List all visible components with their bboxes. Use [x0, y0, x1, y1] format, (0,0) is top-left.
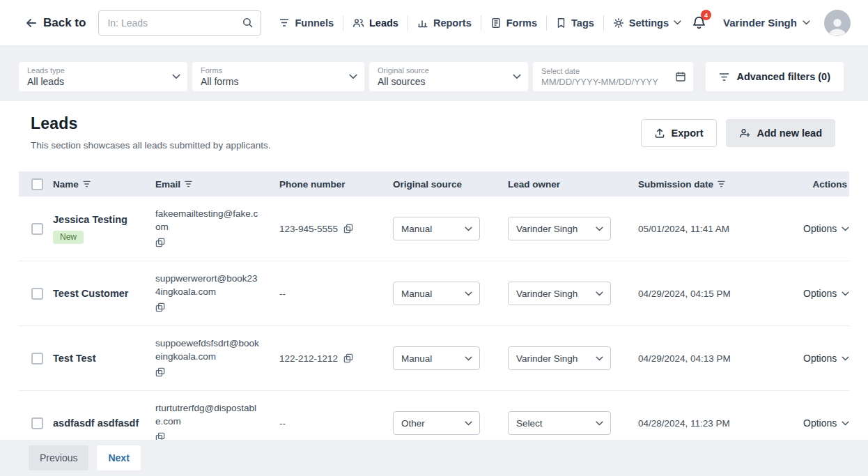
lead-email: suppoewefdsfsdrt@bookeingkoala.com [155, 337, 261, 362]
filter-label: Leads type [27, 66, 172, 75]
options-button[interactable]: Options [803, 288, 849, 299]
nav-label: Leads [369, 17, 398, 29]
nav-leads[interactable]: Leads [343, 17, 408, 29]
nav-reports[interactable]: Reports [408, 17, 481, 29]
lead-owner-select[interactable]: Varinder Singh [508, 217, 611, 240]
search-icon[interactable] [242, 17, 261, 29]
select-value: Select [516, 418, 543, 429]
add-new-lead-button[interactable]: Add new lead [726, 119, 835, 147]
lead-name: asdfasdf asdfasdf [53, 417, 155, 429]
chevron-down-icon [674, 20, 681, 25]
lead-owner-select[interactable]: Varinder Singh [508, 282, 611, 305]
options-button[interactable]: Options [803, 223, 849, 234]
chevron-down-icon [596, 227, 603, 231]
original-source-select[interactable]: Other [393, 411, 480, 435]
table-row: Test Test suppoewefdsfsdrt@bookeingkoala… [19, 326, 849, 391]
table-row: Teest Customer suppwerwerort@book234ingk… [19, 261, 849, 326]
export-button[interactable]: Export [641, 119, 717, 147]
copy-phone-icon[interactable] [343, 224, 353, 233]
copy-email-icon[interactable] [155, 432, 165, 440]
filter-value: All leads [27, 76, 172, 87]
copy-email-icon[interactable] [155, 302, 165, 312]
date-placeholder: MM/DD/YYYY-MM/DD/YYYY [541, 77, 675, 87]
next-page-button[interactable]: Next [97, 445, 140, 470]
leads-type-filter[interactable]: Leads type All leads [19, 62, 187, 91]
nav-forms[interactable]: Forms [481, 17, 546, 29]
original-source-select[interactable]: Manual [393, 217, 480, 240]
filter-label: Original source [378, 66, 513, 75]
row-checkbox[interactable] [31, 288, 43, 300]
previous-page-button[interactable]: Previous [29, 445, 88, 470]
column-label: Lead owner [508, 179, 560, 190]
lead-owner-select[interactable]: Select [508, 411, 611, 435]
leads-table: Name Email Phone number Original source … [19, 171, 849, 440]
search-input[interactable] [99, 17, 242, 29]
back-button[interactable]: Back to [25, 16, 86, 30]
column-header-owner: Lead owner [508, 179, 638, 190]
copy-email-icon[interactable] [155, 367, 165, 377]
options-label: Options [803, 353, 837, 364]
column-header-date: Submission date [638, 179, 803, 190]
lead-name: Jessica Testing [53, 213, 155, 226]
copy-email-icon[interactable] [155, 238, 165, 247]
submission-date: 05/01/2024, 11:41 AM [638, 224, 729, 234]
filter-funnel-icon [719, 72, 729, 82]
chevron-down-icon [596, 291, 603, 296]
export-label: Export [672, 128, 704, 139]
copy-phone-icon[interactable] [343, 353, 353, 363]
table-header: Name Email Phone number Original source … [19, 171, 849, 197]
select-value: Varinder Singh [516, 353, 578, 364]
lead-name: Test Test [53, 352, 155, 364]
chevron-down-icon [349, 74, 357, 79]
chevron-down-icon [513, 74, 521, 79]
advanced-filters-button[interactable]: Advanced filters (0) [706, 62, 844, 91]
date-filter-icon[interactable] [718, 181, 725, 187]
filter-label: Select date [541, 67, 675, 75]
lead-name: Teest Customer [53, 287, 155, 300]
row-checkbox[interactable] [31, 223, 43, 235]
page-title: Leads [31, 114, 641, 133]
options-button[interactable]: Options [803, 417, 849, 429]
table-row: asdfasdf asdfasdf rturtutrerfdg@disposta… [19, 391, 849, 440]
chevron-down-icon [465, 356, 472, 361]
original-source-select[interactable]: Manual [393, 282, 480, 305]
main-nav: Funnels Leads Reports Forms [270, 9, 690, 37]
leads-section: Leads This section showcases all leads s… [0, 101, 868, 440]
export-icon [654, 128, 665, 139]
nav-tags[interactable]: Tags [547, 17, 603, 29]
nav-settings[interactable]: Settings [604, 17, 690, 29]
select-all-checkbox[interactable] [31, 178, 43, 190]
lead-email: rturtutrerfdg@dispostable.com [155, 402, 261, 427]
filter-bar: Leads type All leads Forms All forms Ori… [0, 46, 868, 101]
lead-owner-select[interactable]: Varinder Singh [508, 346, 611, 370]
notifications-button[interactable]: 4 [690, 13, 708, 33]
select-value: Manual [401, 224, 432, 234]
avatar[interactable] [824, 10, 851, 36]
original-source-select[interactable]: Manual [393, 346, 480, 370]
submission-date: 04/28/2024, 11:23 PM [638, 418, 730, 429]
name-filter-icon[interactable] [83, 181, 91, 187]
column-header-name: Name [53, 179, 155, 190]
reports-icon [417, 17, 428, 29]
chevron-down-icon [842, 291, 849, 296]
add-new-lead-label: Add new lead [757, 128, 822, 139]
nav-funnels[interactable]: Funnels [270, 17, 343, 29]
row-checkbox[interactable] [31, 417, 43, 429]
chevron-down-icon [172, 74, 180, 79]
email-filter-icon[interactable] [185, 181, 192, 187]
notification-badge: 4 [701, 10, 711, 20]
user-menu[interactable]: Varinder Singh [723, 17, 810, 29]
calendar-icon [675, 71, 686, 82]
submission-date: 04/29/2024, 04:15 PM [638, 289, 731, 299]
arrow-left-icon [25, 17, 37, 29]
forms-filter[interactable]: Forms All forms [192, 62, 364, 91]
lead-phone: -- [279, 289, 286, 299]
options-button[interactable]: Options [803, 353, 849, 364]
pagination-bar: Previous Next [0, 440, 868, 476]
search-box[interactable] [98, 10, 261, 36]
chevron-down-icon [596, 421, 603, 426]
row-checkbox[interactable] [31, 353, 43, 364]
date-filter[interactable]: Select date MM/DD/YYYY-MM/DD/YYYY [533, 62, 693, 91]
original-source-filter[interactable]: Original source All sources [369, 62, 528, 91]
nav-label: Reports [433, 17, 472, 29]
